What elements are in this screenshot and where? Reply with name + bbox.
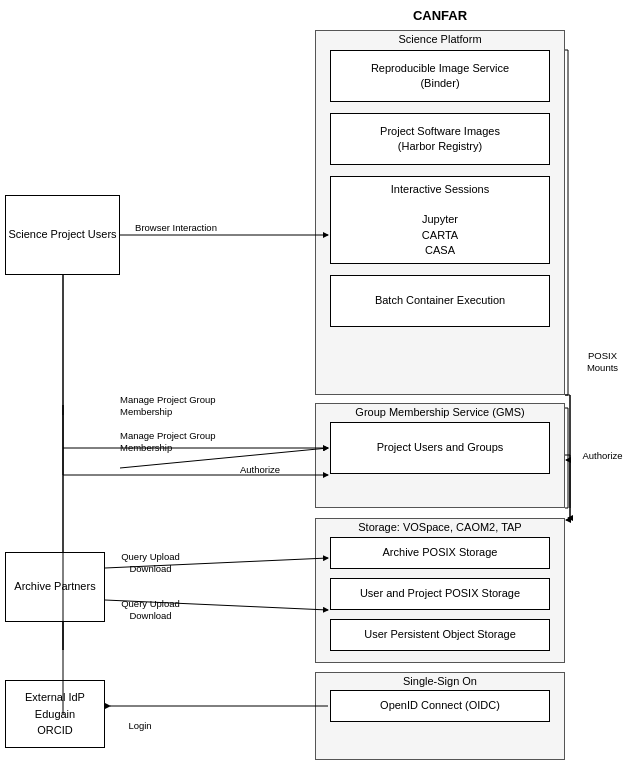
gms-label: Group Membership Service (GMS) [320,406,560,418]
archive-posix-box: Archive POSIX Storage [330,537,550,569]
batch-box: Batch Container Execution [330,275,550,327]
manage-group-1-label: Manage Project Group Membership [120,394,230,419]
science-users-box: Science Project Users [5,195,120,275]
query-upload-download-1-label: Query Upload Download [113,551,188,576]
binder-box: Reproducible Image Service(Binder) [330,50,550,102]
user-persistent-box: User Persistent Object Storage [330,619,550,651]
external-idp-line1: External IdP [25,689,85,706]
posix-mounts-label: POSIX Mounts [575,350,630,375]
archive-partners-label: Archive Partners [14,579,95,594]
archive-partners-box: Archive Partners [5,552,105,622]
user-persistent-label: User Persistent Object Storage [364,627,516,642]
batch-label: Batch Container Execution [375,293,505,308]
science-platform-label: Science Platform [330,33,550,45]
oidc-label: OpenID Connect (OIDC) [380,698,500,713]
oidc-box: OpenID Connect (OIDC) [330,690,550,722]
authorize-label: Authorize [240,464,310,476]
binder-label: Reproducible Image Service(Binder) [371,61,509,92]
user-project-posix-box: User and Project POSIX Storage [330,578,550,610]
login-label: Login [115,720,165,732]
harbor-box: Project Software Images(Harbor Registry) [330,113,550,165]
science-users-label: Science Project Users [8,227,116,242]
authorize-right-label: Authorize [575,450,630,462]
storage-label: Storage: VOSpace, CAOM2, TAP [320,521,560,533]
user-project-posix-label: User and Project POSIX Storage [360,586,520,601]
canfar-title: CANFAR [330,8,550,23]
query-upload-download-2-label: Query Upload Download [113,598,188,623]
harbor-label: Project Software Images(Harbor Registry) [380,124,500,155]
interactive-label: Interactive SessionsJupyterCARTACASA [391,182,489,259]
external-idp-box: External IdP Edugain ORCID [5,680,105,748]
external-idp-line3: ORCID [37,722,72,739]
project-users-groups-box: Project Users and Groups [330,422,550,474]
browser-interaction-label: Browser Interaction [126,222,226,234]
project-users-groups-label: Project Users and Groups [377,440,504,455]
manage-group-2-label: Manage Project Group Membership [120,430,230,455]
external-idp-line2: Edugain [35,706,75,723]
sso-label: Single-Sign On [320,675,560,687]
diagram-container: CANFAR Science Platform Reproducible Ima… [0,0,638,771]
archive-posix-label: Archive POSIX Storage [383,545,498,560]
interactive-box: Interactive SessionsJupyterCARTACASA [330,176,550,264]
